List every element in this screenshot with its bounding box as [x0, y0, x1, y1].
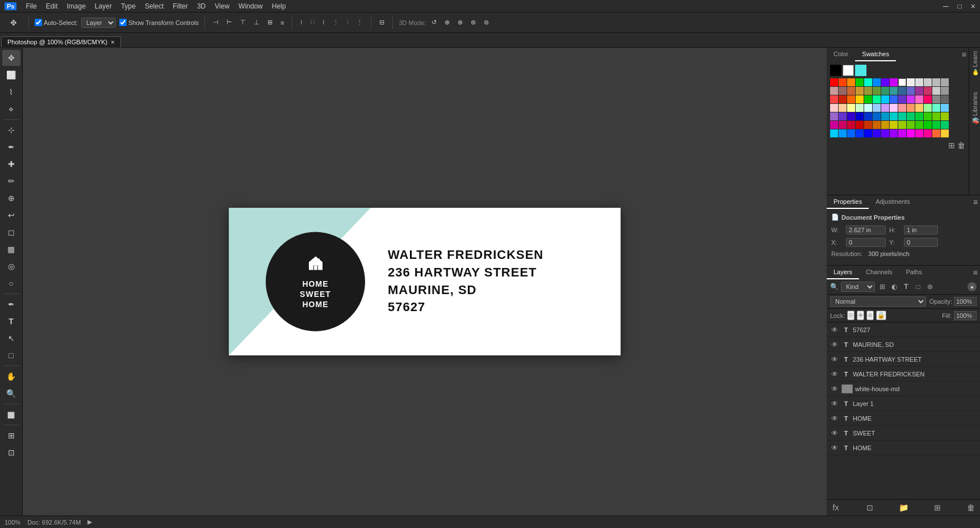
type-tool[interactable]: T	[2, 313, 20, 329]
swatch[interactable]	[881, 104, 889, 112]
properties-menu-icon[interactable]: ≡	[971, 195, 980, 209]
swatch[interactable]	[856, 129, 864, 137]
align-right-btn[interactable]: ⊤	[238, 18, 248, 27]
swatch[interactable]	[924, 112, 932, 120]
filter-type-icon[interactable]: T	[901, 282, 911, 292]
swatch[interactable]	[907, 78, 915, 86]
swatch[interactable]	[847, 129, 855, 137]
marquee-tool[interactable]: ⬜	[2, 67, 20, 83]
swatch[interactable]	[881, 95, 889, 103]
swatch[interactable]	[941, 95, 949, 103]
swatch[interactable]	[941, 121, 949, 129]
add-swatch-btn[interactable]: ⊞	[948, 141, 955, 150]
swatch[interactable]	[864, 95, 872, 103]
swatch[interactable]	[864, 87, 872, 95]
swatch[interactable]	[907, 129, 915, 137]
swatch-black[interactable]	[830, 65, 841, 76]
swatch[interactable]	[839, 78, 847, 86]
swatch[interactable]	[856, 95, 864, 103]
dist-top-btn[interactable]: ⋮	[330, 18, 341, 27]
filter-smart-icon[interactable]: ⊛	[925, 282, 935, 292]
swatch[interactable]	[932, 95, 940, 103]
layer-visibility-house[interactable]: 👁	[830, 385, 839, 393]
filter-pixel-icon[interactable]: ⊞	[877, 282, 887, 292]
screen-mode-tool[interactable]: ⊡	[2, 445, 20, 460]
swatch[interactable]	[898, 129, 906, 137]
layer-item-home2[interactable]: 👁 T HOME	[827, 441, 980, 455]
swatch[interactable]	[873, 95, 881, 103]
swatch[interactable]	[915, 78, 923, 86]
swatch[interactable]	[890, 87, 898, 95]
panel-menu-icon[interactable]: ≡	[960, 48, 969, 61]
swatch[interactable]	[830, 121, 838, 129]
layer-select[interactable]: Layer Group	[81, 18, 116, 28]
swatch[interactable]	[924, 129, 932, 137]
swatch[interactable]	[864, 129, 872, 137]
swatch[interactable]	[898, 78, 906, 86]
swatch[interactable]	[890, 121, 898, 129]
swatch[interactable]	[864, 104, 872, 112]
menu-view[interactable]: View	[215, 2, 229, 10]
layer-item-57627[interactable]: 👁 T 57627	[827, 322, 980, 337]
layer-visibility-walter[interactable]: 👁	[830, 370, 839, 378]
layer-visibility-home2[interactable]: 👁	[830, 444, 839, 452]
layer-visibility-sweet[interactable]: 👁	[830, 429, 839, 437]
lasso-tool[interactable]: ⌇	[2, 84, 20, 100]
delete-swatch-btn[interactable]: 🗑	[957, 141, 965, 150]
swatch[interactable]	[830, 78, 838, 86]
menu-image[interactable]: Image	[67, 2, 86, 10]
menu-help[interactable]: Help	[272, 2, 286, 10]
tab-properties[interactable]: Properties	[827, 195, 869, 209]
lock-all-btn[interactable]: 🔒	[876, 311, 886, 320]
layer-item-walter[interactable]: 👁 T WALTER FREDRICKSEN	[827, 367, 980, 382]
menu-3d[interactable]: 3D	[197, 2, 206, 10]
h-input[interactable]	[904, 225, 938, 234]
swatch[interactable]	[907, 112, 915, 120]
swatch[interactable]	[924, 104, 932, 112]
swatch[interactable]	[830, 129, 838, 137]
menu-window[interactable]: Window	[238, 2, 263, 10]
swatch[interactable]	[924, 87, 932, 95]
layer-visibility-maurine[interactable]: 👁	[830, 341, 839, 349]
swatch[interactable]	[932, 112, 940, 120]
swatch[interactable]	[847, 78, 855, 86]
layer-visibility-57627[interactable]: 👁	[830, 326, 839, 334]
dist-bottom-btn[interactable]: ⋮	[354, 18, 365, 27]
swatch[interactable]	[924, 121, 932, 129]
swatch[interactable]	[890, 95, 898, 103]
dist-center-btn[interactable]: ∷	[308, 18, 317, 27]
layer-item-layer1[interactable]: 👁 T Layer 1	[827, 396, 980, 411]
swatch[interactable]	[941, 78, 949, 86]
swatch[interactable]	[847, 87, 855, 95]
blur-tool[interactable]: ◎	[2, 258, 20, 274]
layer-visibility-236[interactable]: 👁	[830, 355, 839, 363]
tab-layers[interactable]: Layers	[827, 266, 859, 279]
learn-tab[interactable]: 💡 Learn	[971, 51, 978, 76]
magic-wand-tool[interactable]: ⋄	[2, 101, 20, 117]
menu-layer[interactable]: Layer	[95, 2, 112, 10]
align-top-btn[interactable]: ⊥	[252, 18, 262, 27]
align-bottom-btn[interactable]: ≡	[278, 18, 286, 27]
history-brush-tool[interactable]: ↩	[2, 207, 20, 223]
layer-filter-select[interactable]: Kind	[841, 282, 875, 292]
swatch[interactable]	[941, 112, 949, 120]
swatch[interactable]	[881, 121, 889, 129]
align-middle-btn[interactable]: ⊞	[265, 18, 275, 27]
tab-close-icon[interactable]: ×	[111, 39, 114, 45]
swatch[interactable]	[881, 78, 889, 86]
swatch[interactable]	[941, 104, 949, 112]
heal-tool[interactable]: ✚	[2, 156, 20, 172]
swatch[interactable]	[915, 121, 923, 129]
layer-item-home1[interactable]: 👁 T HOME	[827, 411, 980, 426]
quick-mask-tool[interactable]: ⊞	[2, 428, 20, 443]
swatch[interactable]	[932, 87, 940, 95]
eyedropper-tool[interactable]: ✒	[2, 139, 20, 155]
window-restore[interactable]: □	[958, 2, 962, 10]
swatch[interactable]	[907, 87, 915, 95]
swatch[interactable]	[873, 129, 881, 137]
create-group-btn[interactable]: 📁	[898, 502, 909, 513]
swatch[interactable]	[839, 112, 847, 120]
swatch-cyan[interactable]	[855, 65, 866, 76]
swatch[interactable]	[864, 112, 872, 120]
crop-tool[interactable]: ⊹	[2, 122, 20, 138]
